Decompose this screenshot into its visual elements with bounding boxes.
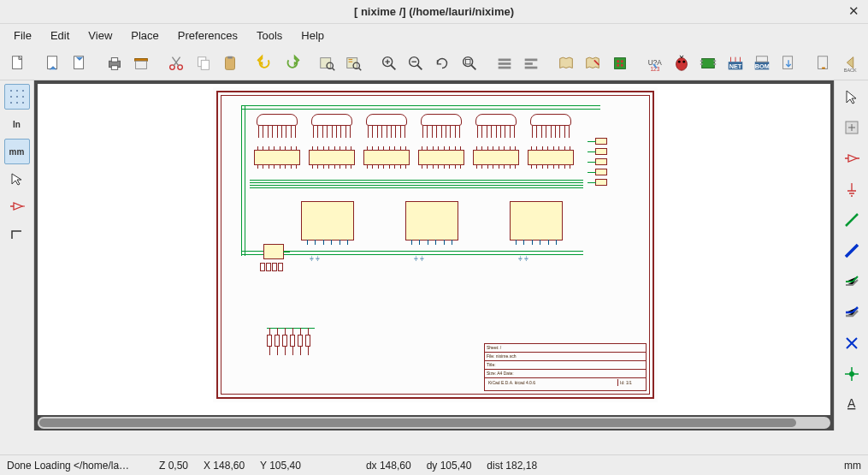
svg-rect-12 bbox=[226, 56, 235, 69]
library-browse-button[interactable] bbox=[554, 50, 579, 76]
controller-ic-1 bbox=[301, 201, 354, 240]
paste-button[interactable] bbox=[217, 50, 242, 76]
menu-help[interactable]: Help bbox=[292, 27, 333, 45]
status-units: mm bbox=[844, 460, 861, 472]
svg-rect-13 bbox=[227, 56, 233, 58]
nixie-tube-6 bbox=[525, 114, 576, 138]
hidden-pins-button[interactable] bbox=[4, 193, 30, 219]
svg-rect-11 bbox=[201, 60, 209, 69]
undo-button[interactable] bbox=[253, 50, 278, 76]
schematic-sheet: ⏚ ⏚ ⏚ ⏚ ⏚ ⏚ bbox=[213, 87, 658, 402]
units-mm-button[interactable]: mm bbox=[4, 139, 30, 164]
nixie-tube-1 bbox=[251, 114, 303, 138]
print-button[interactable] bbox=[102, 50, 127, 76]
titlebar: [ nixime /] (/home/lauri/nixime) ✕ bbox=[0, 0, 868, 24]
redo-button[interactable] bbox=[280, 50, 304, 76]
new-button[interactable] bbox=[5, 50, 30, 76]
menu-preferences[interactable]: Preferences bbox=[169, 27, 246, 45]
footprint-button[interactable] bbox=[607, 50, 632, 76]
netlist-button[interactable]: NET bbox=[723, 50, 747, 76]
driver-ic-3 bbox=[363, 150, 410, 165]
wire-to-bus-button[interactable] bbox=[839, 269, 865, 294]
svg-point-35 bbox=[676, 57, 688, 70]
back-button[interactable]: BACK bbox=[838, 50, 863, 76]
svg-rect-26 bbox=[525, 62, 533, 65]
controller-ic-2 bbox=[405, 201, 458, 240]
svg-point-57 bbox=[10, 102, 12, 104]
connector-block bbox=[595, 138, 631, 199]
bom-button[interactable]: BOM bbox=[749, 50, 774, 76]
svg-rect-23 bbox=[498, 62, 511, 65]
controller-ic-3 bbox=[510, 201, 563, 240]
left-toolbar: In mm bbox=[0, 80, 34, 430]
export-button[interactable] bbox=[776, 50, 801, 76]
open-button[interactable] bbox=[40, 50, 65, 76]
close-icon[interactable]: ✕ bbox=[848, 3, 859, 19]
svg-rect-41 bbox=[714, 60, 717, 62]
hierarchy-nav-button[interactable] bbox=[492, 50, 517, 76]
zoom-in-button[interactable] bbox=[376, 50, 401, 76]
canvas[interactable]: ⏚ ⏚ ⏚ ⏚ ⏚ ⏚ bbox=[34, 80, 834, 430]
cursor-shape-button[interactable] bbox=[4, 166, 30, 192]
menu-edit[interactable]: Edit bbox=[42, 27, 78, 45]
svg-rect-30 bbox=[621, 60, 623, 62]
svg-rect-47 bbox=[757, 56, 768, 61]
place-power-button[interactable] bbox=[839, 176, 865, 202]
nixie-tube-4 bbox=[416, 114, 467, 138]
window-title: [ nixime /] (/home/lauri/nixime) bbox=[354, 5, 514, 18]
status-zoom: Z 0,50 bbox=[159, 460, 188, 472]
copy-button[interactable] bbox=[191, 50, 216, 76]
svg-rect-32 bbox=[621, 63, 623, 66]
svg-point-54 bbox=[10, 96, 12, 98]
zoom-out-button[interactable] bbox=[404, 50, 428, 76]
svg-rect-22 bbox=[498, 58, 511, 61]
zoom-fit-button[interactable] bbox=[457, 50, 481, 76]
bus-to-bus-button[interactable] bbox=[839, 300, 865, 325]
svg-point-61 bbox=[849, 371, 854, 377]
highlight-net-button[interactable] bbox=[839, 115, 865, 140]
driver-ic-1 bbox=[254, 150, 300, 165]
horizontal-scrollbar[interactable] bbox=[38, 417, 830, 429]
find-button[interactable] bbox=[315, 50, 340, 76]
annotate-button[interactable]: U?A123 bbox=[642, 50, 667, 76]
driver-ic-2 bbox=[309, 150, 355, 165]
svg-text:A: A bbox=[847, 396, 856, 410]
save-button[interactable] bbox=[67, 50, 92, 76]
svg-rect-25 bbox=[525, 58, 538, 61]
select-tool-button[interactable] bbox=[839, 84, 865, 110]
units-inches-button[interactable]: In bbox=[4, 111, 30, 137]
driver-ic-6 bbox=[528, 150, 574, 165]
menu-place[interactable]: Place bbox=[122, 27, 168, 45]
svg-point-53 bbox=[22, 90, 24, 92]
zoom-redraw-button[interactable] bbox=[430, 50, 455, 76]
cvpcb-button[interactable] bbox=[696, 50, 721, 76]
place-component-button[interactable] bbox=[839, 145, 865, 171]
grid-toggle-button[interactable] bbox=[4, 84, 30, 110]
menu-view[interactable]: View bbox=[80, 27, 121, 45]
place-wire-button[interactable] bbox=[839, 207, 865, 233]
svg-point-55 bbox=[16, 96, 18, 98]
junction-button[interactable] bbox=[839, 361, 865, 387]
statusbar: Done Loading </home/la… Z 0,50 X 148,60 … bbox=[0, 454, 868, 475]
right-toolbar: A bbox=[834, 80, 868, 430]
leave-sheet-button[interactable] bbox=[518, 50, 543, 76]
net-label-button[interactable]: A bbox=[839, 392, 865, 418]
svg-rect-4 bbox=[111, 57, 117, 62]
cut-button[interactable] bbox=[164, 50, 189, 76]
svg-rect-27 bbox=[525, 66, 538, 68]
library-edit-button[interactable] bbox=[581, 50, 605, 76]
place-bus-button[interactable] bbox=[839, 238, 865, 264]
svg-text:BOM: BOM bbox=[755, 62, 770, 69]
import-button[interactable] bbox=[812, 50, 836, 76]
erc-button[interactable] bbox=[670, 50, 694, 76]
page-settings-button[interactable] bbox=[129, 50, 154, 76]
lines-mode-button[interactable] bbox=[4, 221, 30, 246]
svg-rect-29 bbox=[617, 60, 619, 62]
menu-file[interactable]: File bbox=[5, 27, 40, 45]
menu-tools[interactable]: Tools bbox=[248, 27, 291, 45]
svg-point-51 bbox=[10, 90, 12, 92]
status-dy: dy 105,40 bbox=[427, 460, 472, 472]
no-connect-button[interactable] bbox=[839, 330, 865, 356]
replace-button[interactable] bbox=[341, 50, 366, 76]
canvas-viewport[interactable]: ⏚ ⏚ ⏚ ⏚ ⏚ ⏚ bbox=[38, 84, 830, 415]
